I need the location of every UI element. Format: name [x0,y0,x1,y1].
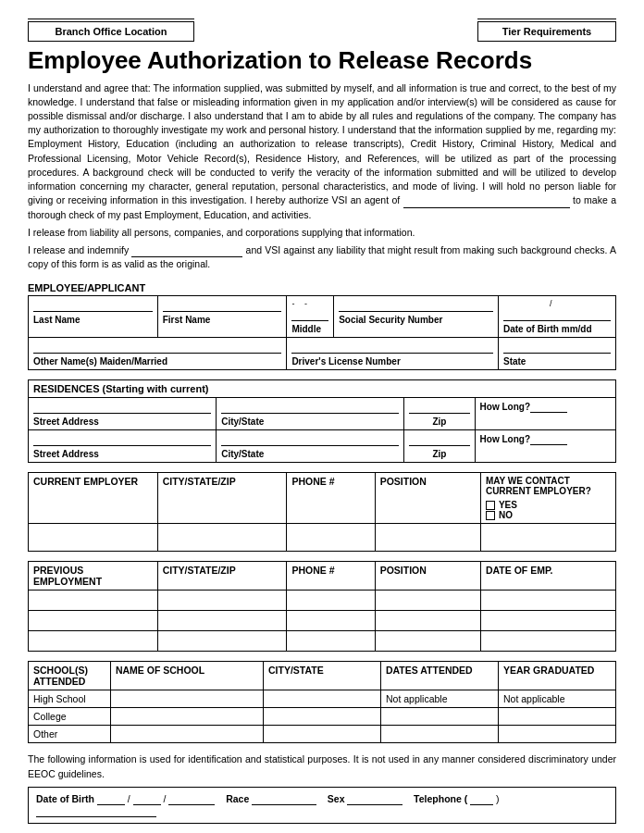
body-paragraph-1: I understand and agree that: The informa… [28,81,616,222]
dob-label: Date of Birth mm/dd [503,324,592,334]
high-school-city-field[interactable] [263,690,380,708]
dob-field[interactable] [503,308,611,321]
current-employer-city-field[interactable] [157,524,287,552]
prev-emp-row-3-name[interactable] [29,631,158,652]
page-title: Employee Authorization to Release Record… [28,47,616,74]
other-school-dates-field[interactable] [380,726,498,743]
state-field[interactable] [503,341,611,354]
zip-1-field[interactable] [409,401,469,414]
street-address-2-label: Street Address [33,449,99,459]
branch-office-box: Branch Office Location [28,21,194,42]
prev-emp-row-2-date[interactable] [480,611,615,631]
previous-employment-table: PREVIOUS EMPLOYMENT CITY/STATE/ZIP PHONE… [28,561,616,652]
how-long-2-label: How Long? [480,434,530,444]
drivers-license-field[interactable] [291,341,493,354]
city-state-2-field[interactable] [221,433,399,446]
state-label: State [503,356,526,367]
current-employer-phone-field[interactable] [287,524,375,552]
authorize-blank[interactable] [403,195,570,208]
high-school-label: High School [29,690,111,708]
prev-emp-row-2-name[interactable] [29,611,158,631]
college-city-field[interactable] [263,708,380,726]
employee-section-title: EMPLOYEE/APPLICANT [28,282,616,293]
other-school-city-field[interactable] [263,726,380,743]
middle-field[interactable] [291,308,328,321]
middle-label: Middle [291,324,321,334]
dob-day-field[interactable] [133,793,161,805]
sex-field[interactable] [347,793,402,805]
prev-emp-row-2-city[interactable] [157,611,287,631]
telephone-label: Telephone ( [414,793,467,804]
other-names-label: Other Name(s) Maiden/Married [33,356,167,367]
city-state-2-label: City/State [221,449,264,459]
dob-sep1: / [128,793,130,804]
other-school-name-field[interactable] [110,726,263,743]
employee-table: Last Name First Name - - Middle Social S… [28,295,616,370]
dob-year-field[interactable] [168,793,215,805]
body-paragraph-3: I release and indemnify and VSI against … [28,243,616,271]
other-school-year-field[interactable] [498,726,615,743]
indemnify-blank[interactable] [131,244,242,257]
may-contact-header: MAY WE CONTACT CURRENT EMPLOYER? YES NO [480,473,615,524]
bottom-form-table: Date of Birth / / Race Sex Telephone ( ) [28,787,616,824]
school-year-header: YEAR GRADUATED [498,662,615,690]
schools-table: SCHOOL(S) ATTENDED NAME OF SCHOOL CITY/S… [28,661,616,743]
body-paragraph-2: I release from liability all persons, co… [28,226,616,240]
dob-sep2: / [164,793,167,804]
zip-2-field[interactable] [409,433,469,446]
college-name-field[interactable] [110,708,263,726]
college-year-field[interactable] [498,708,615,726]
college-dates-field[interactable] [380,708,498,726]
high-school-name-field[interactable] [110,690,263,708]
tel-paren: ) [496,793,500,804]
current-employer-table: CURRENT EMPLOYER CITY/STATE/ZIP PHONE # … [28,472,616,552]
college-label: College [29,708,111,726]
sex-label: Sex [328,793,345,804]
high-school-dates-field: Not applicable [380,690,498,708]
residences-table: RESIDENCES (Starting with current) Stree… [28,379,616,463]
prev-emp-row-1-name[interactable] [29,591,158,611]
prev-position-header: POSITION [375,562,480,591]
high-school-year-field: Not applicable [498,690,615,708]
city-state-1-label: City/State [221,416,264,427]
prev-emp-row-1-phone[interactable] [287,591,375,611]
school-name-header: NAME OF SCHOOL [110,662,263,690]
prev-emp-row-3-date[interactable] [480,631,615,652]
prev-emp-row-3-city[interactable] [157,631,287,652]
tel-number-field[interactable] [36,805,156,817]
current-employer-contact-field[interactable] [480,524,615,552]
prev-phone-header: PHONE # [287,562,375,591]
zip-1-label: Zip [432,416,446,427]
tel-area-field[interactable] [470,793,493,805]
prev-emp-row-2-phone[interactable] [287,611,375,631]
dob-form-label: Date of Birth [36,793,94,804]
zip-2-label: Zip [432,449,446,459]
other-school-label: Other [29,726,111,743]
race-label: Race [226,793,249,804]
yes-checkbox[interactable] [486,501,495,510]
ssn-field[interactable] [339,299,493,312]
prev-emp-row-2-position[interactable] [375,611,480,631]
last-name-label: Last Name [33,315,80,325]
prev-emp-row-3-position[interactable] [375,631,480,652]
prev-emp-row-1-date[interactable] [480,591,615,611]
street-address-1-field[interactable] [33,401,211,414]
prev-emp-row-3-phone[interactable] [287,631,375,652]
no-checkbox[interactable] [486,511,495,520]
first-name-field[interactable] [163,299,282,312]
prev-emp-header: PREVIOUS EMPLOYMENT [29,562,158,591]
street-address-1-label: Street Address [33,416,99,427]
school-city-header: CITY/STATE [263,662,380,690]
prev-emp-row-1-position[interactable] [375,591,480,611]
current-employer-name-field[interactable] [29,524,158,552]
last-name-field[interactable] [33,299,153,312]
dob-month-field[interactable] [97,793,125,805]
current-employer-position-field[interactable] [375,524,480,552]
race-field[interactable] [252,793,316,805]
prev-emp-row-1-city[interactable] [157,591,287,611]
ssn-label: Social Security Number [339,315,442,325]
street-address-2-field[interactable] [33,433,211,446]
other-names-field[interactable] [33,341,281,354]
yes-label: YES [499,500,517,510]
city-state-1-field[interactable] [221,401,399,414]
